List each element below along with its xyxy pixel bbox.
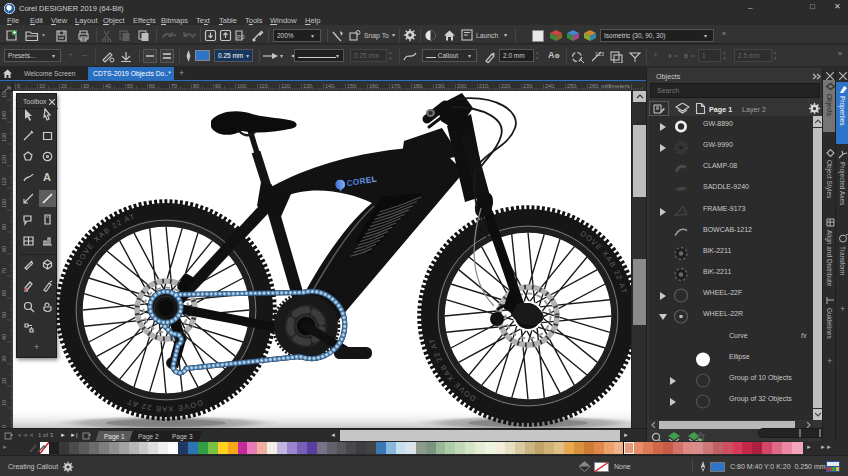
svg-text:100: 100 [1, 199, 7, 208]
svg-text:150: 150 [347, 83, 356, 89]
svg-text:150: 150 [1, 91, 7, 98]
svg-text:20: 20 [61, 83, 67, 89]
svg-text:50: 50 [127, 83, 133, 89]
svg-text:70: 70 [171, 83, 177, 89]
svg-text:190: 190 [435, 83, 444, 89]
svg-text:120: 120 [1, 155, 7, 164]
svg-text:20: 20 [1, 378, 7, 384]
svg-text:10: 10 [1, 400, 7, 406]
svg-text:220: 220 [501, 83, 510, 89]
svg-text:90: 90 [215, 83, 221, 89]
svg-text:140: 140 [325, 83, 334, 89]
svg-text:100: 100 [237, 83, 246, 89]
svg-text:110: 110 [259, 83, 268, 89]
svg-text:123: 123 [595, 51, 604, 57]
svg-text:170: 170 [391, 83, 400, 89]
svg-text:40: 40 [1, 334, 7, 340]
svg-text:30: 30 [1, 356, 7, 362]
svg-text:130: 130 [303, 83, 312, 89]
svg-text:80: 80 [1, 246, 7, 252]
svg-text:90: 90 [1, 224, 7, 230]
svg-text:60: 60 [149, 83, 155, 89]
svg-text:130: 130 [1, 133, 7, 142]
svg-text:PD: PD [237, 34, 245, 40]
svg-text:230: 230 [523, 83, 532, 89]
svg-text:80: 80 [193, 83, 199, 89]
svg-text:70: 70 [1, 268, 7, 274]
svg-text:160: 160 [369, 83, 378, 89]
svg-text:200: 200 [457, 83, 466, 89]
svg-text:180: 180 [413, 83, 422, 89]
svg-text:30: 30 [83, 83, 89, 89]
svg-text:140: 140 [1, 111, 7, 120]
svg-text:50: 50 [1, 312, 7, 318]
svg-text:10: 10 [39, 83, 45, 89]
svg-text:60: 60 [1, 290, 7, 296]
svg-text:0: 0 [17, 83, 20, 89]
svg-text:120: 120 [281, 83, 290, 89]
svg-text:210: 210 [479, 83, 488, 89]
svg-text:40: 40 [105, 83, 111, 89]
svg-text:240: 240 [545, 83, 554, 89]
svg-text:110: 110 [1, 177, 7, 186]
svg-text:250: 250 [567, 83, 576, 89]
svg-text:260: 260 [589, 83, 598, 89]
